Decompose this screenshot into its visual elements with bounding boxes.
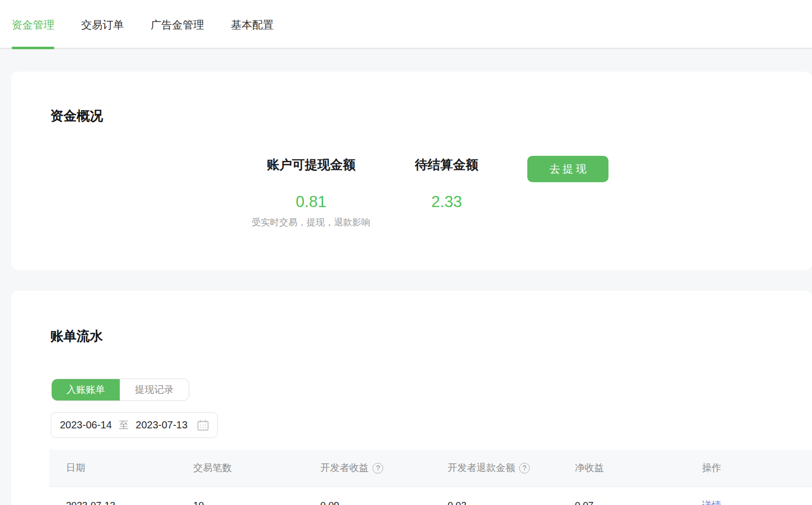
column-header-developer-refund: 开发者退款金额 ?	[431, 461, 558, 475]
column-header-actions: 操作	[685, 461, 812, 475]
pending-settlement-value: 2.33	[406, 193, 487, 211]
tab-basic-config[interactable]: 基本配置	[231, 0, 274, 49]
withdrawable-amount-stat: 账户可提现金额 0.81 受实时交易，提现，退款影响	[245, 157, 377, 228]
row-date: 2023-07-13	[49, 500, 177, 505]
billing-title: 账单流水	[50, 328, 812, 344]
tab-ad-funds-management[interactable]: 广告金管理	[151, 0, 204, 49]
bill-type-toggle: 入账账单 提现记录	[51, 379, 189, 401]
row-net-income: 0.07	[558, 500, 686, 505]
column-header-developer-income: 开发者收益 ?	[303, 461, 431, 475]
withdrawable-amount-note: 受实时交易，提现，退款影响	[245, 216, 377, 228]
bills-table-header: 日期 交易笔数 开发者收益 ? 开发者退款金额 ? 净收益 操作	[49, 450, 812, 487]
column-header-developer-refund-label: 开发者退款金额	[448, 461, 515, 475]
top-tab-bar: 资金管理 交易订单 广告金管理 基本配置	[0, 0, 812, 49]
date-range-start[interactable]: 2023-06-14	[60, 419, 112, 431]
date-range-end[interactable]: 2023-07-13	[136, 419, 187, 431]
billing-card: 账单流水 入账账单 提现记录 2023-06-14 至 2023-07-13	[11, 291, 812, 505]
row-actions: 详情	[685, 499, 812, 505]
column-header-date: 日期	[49, 461, 177, 475]
column-header-transaction-count: 交易笔数	[177, 461, 304, 475]
row-transaction-count: 10	[177, 500, 304, 505]
toggle-withdrawal-records[interactable]: 提现记录	[120, 379, 189, 400]
date-range-picker[interactable]: 2023-06-14 至 2023-07-13	[51, 412, 218, 438]
row-developer-refund: 0.02	[431, 500, 558, 505]
column-header-date-label: 日期	[66, 461, 85, 475]
column-header-net-income-label: 净收益	[575, 461, 604, 475]
column-header-developer-income-label: 开发者收益	[320, 461, 368, 475]
row-developer-income: 0.09	[303, 500, 431, 505]
funds-overview-title: 资金概况	[50, 108, 812, 124]
pending-settlement-stat: 待结算金额 2.33	[406, 157, 487, 211]
funds-overview-card: 资金概况 账户可提现金额 0.81 受实时交易，提现，退款影响 待结算金额 2.…	[11, 72, 812, 270]
withdrawable-amount-value: 0.81	[245, 193, 377, 211]
withdrawable-amount-label: 账户可提现金额	[245, 157, 377, 172]
table-row: 2023-07-13 10 0.09 0.02 0.07 详情	[49, 487, 812, 505]
date-range-separator: 至	[119, 419, 128, 432]
column-header-transaction-count-label: 交易笔数	[193, 461, 232, 475]
calendar-icon[interactable]	[196, 419, 210, 432]
tab-transaction-orders[interactable]: 交易订单	[81, 0, 124, 49]
toggle-incoming-bills[interactable]: 入账账单	[52, 379, 120, 400]
withdraw-button[interactable]: 去提现	[527, 156, 608, 182]
bills-table: 日期 交易笔数 开发者收益 ? 开发者退款金额 ? 净收益 操作 2023-07…	[49, 450, 812, 505]
developer-refund-help-icon[interactable]: ?	[519, 463, 530, 474]
column-header-actions-label: 操作	[702, 461, 721, 475]
detail-link[interactable]: 详情	[702, 500, 721, 505]
pending-settlement-label: 待结算金额	[406, 157, 487, 172]
column-header-net-income: 净收益	[558, 461, 686, 475]
developer-income-help-icon[interactable]: ?	[373, 463, 383, 474]
funds-stats-row: 账户可提现金额 0.81 受实时交易，提现，退款影响 待结算金额 2.33 去提…	[50, 157, 812, 228]
tab-funds-management[interactable]: 资金管理	[12, 0, 54, 49]
